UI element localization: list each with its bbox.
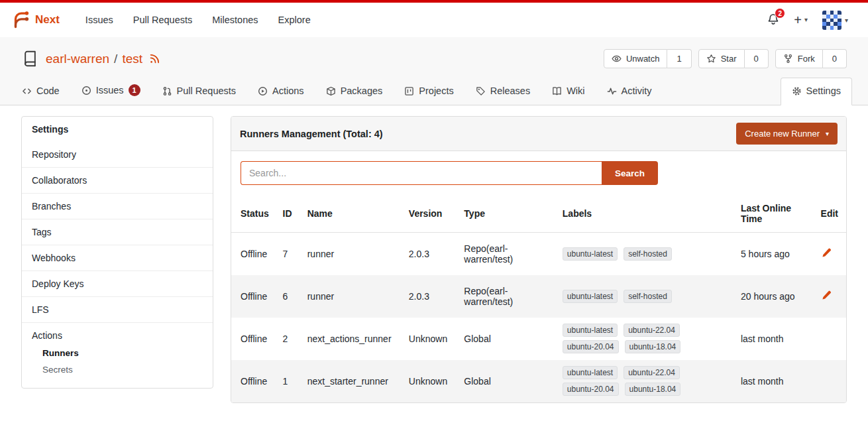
repo-header-section: earl-warren / test Unwatch1Star0Fork0 Co… <box>0 37 868 105</box>
runner-label-chip: ubuntu-latest <box>563 366 618 379</box>
tab-projects[interactable]: Projects <box>398 79 459 105</box>
code-icon <box>22 86 32 96</box>
table-row: Offline7runner2.0.3Repo(earl-warren/test… <box>231 233 846 275</box>
runner-status: Offline <box>231 360 278 402</box>
runner-last-online: last month <box>735 318 816 360</box>
fork-button[interactable]: Fork <box>775 49 823 68</box>
unwatch-count[interactable]: 1 <box>667 49 691 68</box>
star-button[interactable]: Star <box>698 49 745 68</box>
sidebar-item-repository[interactable]: Repository <box>22 142 213 167</box>
tab-activity[interactable]: Activity <box>601 79 658 105</box>
sidebar-item-actions[interactable]: ActionsRunnersSecrets <box>22 322 213 388</box>
table-row: Offline2next_actions_runnerUnknownGlobal… <box>231 318 846 360</box>
chevron-down-icon: ▾ <box>826 130 829 137</box>
table-body: Offline7runner2.0.3Repo(earl-warren/test… <box>231 233 846 402</box>
tab-packages[interactable]: Packages <box>320 79 389 105</box>
tab-actions[interactable]: Actions <box>252 79 310 105</box>
tab-code[interactable]: Code <box>16 79 66 105</box>
tab-label: Projects <box>419 86 453 96</box>
notifications-button[interactable]: 2 <box>767 13 779 27</box>
sidebar-item-branches[interactable]: Branches <box>22 193 213 219</box>
settings-icon <box>792 86 802 96</box>
sidebar-item-runners[interactable]: Runners <box>42 345 203 361</box>
sidebar-item-tags[interactable]: Tags <box>22 219 213 245</box>
runner-label-chip: self-hosted <box>624 247 672 261</box>
brand-name[interactable]: Next <box>35 13 60 27</box>
tab-label: Pull Requests <box>177 86 236 96</box>
runner-label-chip: ubuntu-latest <box>563 290 618 303</box>
user-menu[interactable]: ▾ <box>822 11 848 30</box>
create-runner-button[interactable]: Create new Runner ▾ <box>736 123 838 145</box>
repo-title: earl-warren / test <box>46 52 160 66</box>
rss-feed-icon[interactable] <box>149 53 160 64</box>
star-group: Star0 <box>698 49 769 68</box>
unwatch-label: Unwatch <box>626 54 660 64</box>
column-header-version: Version <box>404 195 459 233</box>
sidebar-menu: RepositoryCollaboratorsBranchesTagsWebho… <box>22 142 213 388</box>
sidebar-actions-label: Actions <box>32 330 62 341</box>
fork-count[interactable]: 0 <box>823 49 847 68</box>
search-button[interactable]: Search <box>602 161 658 185</box>
pencil-icon <box>821 290 832 300</box>
tab-label: Releases <box>490 86 530 96</box>
runner-name: runner <box>302 275 404 318</box>
runner-labels: ubuntu-latestself-hosted <box>563 247 708 261</box>
table-row: Offline1next_starter_runnerUnknownGlobal… <box>231 360 846 402</box>
runner-edit-cell <box>816 233 846 275</box>
star-count[interactable]: 0 <box>745 49 769 68</box>
runner-labels-cell: ubuntu-latestself-hosted <box>557 275 735 318</box>
column-header-id: ID <box>278 195 302 233</box>
runner-label-chip: ubuntu-22.04 <box>624 324 680 337</box>
nav-item-issues[interactable]: Issues <box>76 15 123 25</box>
search-input[interactable] <box>241 161 602 185</box>
forgejo-logo-icon[interactable] <box>11 10 30 30</box>
unwatch-button[interactable]: Unwatch <box>604 49 668 68</box>
create-new-menu[interactable]: + ▾ <box>794 13 808 27</box>
nav-item-pull-requests[interactable]: Pull Requests <box>123 15 202 25</box>
runner-version: Unknown <box>404 360 459 402</box>
column-header-last-online-time: Last Online Time <box>735 195 816 233</box>
fork-label: Fork <box>798 54 815 64</box>
runner-name: next_starter_runner <box>302 360 404 402</box>
runner-label-chip: self-hosted <box>624 290 672 303</box>
runner-edit-cell <box>816 275 846 318</box>
runner-name: next_actions_runner <box>302 318 404 360</box>
panel-header: Runners Management (Total: 4) Create new… <box>231 117 846 151</box>
top-navbar: Next IssuesPull RequestsMilestonesExplor… <box>0 3 868 37</box>
tab-wiki[interactable]: Wiki <box>546 79 590 105</box>
tab-label: Wiki <box>567 86 584 96</box>
nav-item-explore[interactable]: Explore <box>268 15 321 25</box>
runner-label-chip: ubuntu-22.04 <box>624 366 680 379</box>
edit-runner-button[interactable] <box>821 290 832 300</box>
create-runner-label: Create new Runner <box>745 129 820 139</box>
nav-item-milestones[interactable]: Milestones <box>202 15 268 25</box>
repo-name-link[interactable]: test <box>122 52 142 66</box>
runner-type: Repo(earl-warren/test) <box>459 233 557 275</box>
plus-icon: + <box>794 13 802 27</box>
sidebar-item-webhooks[interactable]: Webhooks <box>22 245 213 271</box>
pull-request-icon <box>162 86 172 96</box>
tab-settings[interactable]: Settings <box>781 78 852 105</box>
pencil-icon <box>821 247 832 258</box>
navbar-links: IssuesPull RequestsMilestonesExplore <box>76 15 321 25</box>
eye-icon <box>612 54 622 64</box>
tab-pull-requests[interactable]: Pull Requests <box>156 79 242 105</box>
runner-last-online: 5 hours ago <box>735 233 816 275</box>
runner-labels-cell: ubuntu-latestself-hosted <box>557 233 735 275</box>
sidebar-item-lfs[interactable]: LFS <box>22 296 213 322</box>
column-header-edit: Edit <box>816 195 846 233</box>
package-icon <box>326 86 336 96</box>
avatar <box>822 11 841 30</box>
runner-id: 1 <box>278 360 302 402</box>
repo-owner-link[interactable]: earl-warren <box>46 52 109 66</box>
edit-runner-button[interactable] <box>821 247 832 258</box>
tab-releases[interactable]: Releases <box>470 79 536 105</box>
tab-issues[interactable]: Issues1 <box>76 78 146 105</box>
sidebar-item-secrets[interactable]: Secrets <box>42 361 203 378</box>
runner-type: Repo(earl-warren/test) <box>459 275 557 318</box>
runner-labels-cell: ubuntu-latestubuntu-22.04ubuntu-20.04ubu… <box>557 318 735 360</box>
sidebar-item-collaborators[interactable]: Collaborators <box>22 167 213 193</box>
sidebar-item-deploy-keys[interactable]: Deploy Keys <box>22 271 213 296</box>
runner-version: 2.0.3 <box>404 233 459 275</box>
runner-last-online: 20 hours ago <box>735 275 816 318</box>
